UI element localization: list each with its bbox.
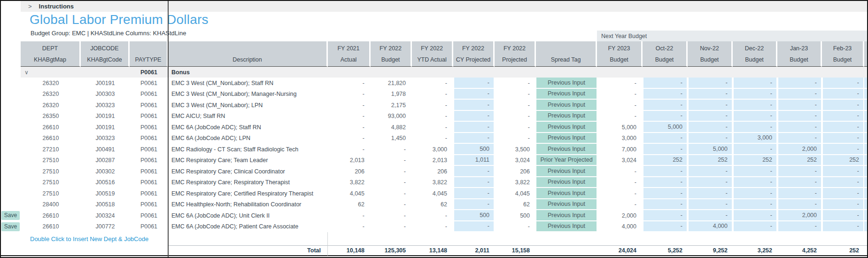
cell-feb23[interactable]: - xyxy=(822,221,864,233)
cell-oct22[interactable]: - xyxy=(643,89,688,100)
cell-fy2022_cy_projected[interactable]: - xyxy=(453,100,495,111)
cell-spread_tag[interactable]: Previous Input xyxy=(536,100,597,111)
cell-jan23[interactable]: - xyxy=(777,199,822,211)
cell-oct22[interactable]: - xyxy=(643,210,688,221)
cell-fy2022_cy_projected[interactable]: - xyxy=(453,177,495,188)
cell-dec22[interactable]: - xyxy=(733,221,777,233)
cell-fy2022_cy_projected[interactable]: - xyxy=(453,221,495,233)
cell-oct22[interactable]: 252 xyxy=(643,155,688,166)
cell-spread_tag[interactable]: Previous Input xyxy=(536,133,597,144)
cell-nov22[interactable]: - xyxy=(688,166,733,177)
cell-jan23[interactable]: 252 xyxy=(777,155,822,166)
cell-nov22[interactable]: - xyxy=(688,100,733,111)
cell-dec22[interactable]: - xyxy=(733,78,777,89)
cell-spread_tag[interactable]: Previous Input xyxy=(536,122,597,133)
cell-nov22[interactable]: - xyxy=(688,78,733,89)
cell-fy2022_cy_projected[interactable]: - xyxy=(453,122,495,133)
cell-feb23[interactable]: - xyxy=(822,122,864,133)
cell-nov22[interactable]: - xyxy=(688,210,733,221)
cell-fy2022_cy_projected[interactable]: - xyxy=(453,188,495,199)
cell-spread_tag[interactable]: Previous Input xyxy=(536,144,597,155)
cell-dec22[interactable]: - xyxy=(733,100,777,111)
cell-nov22[interactable]: - xyxy=(688,89,733,100)
cell-spread_tag[interactable]: Previous Input xyxy=(536,111,597,122)
cell-nov22[interactable]: - xyxy=(688,188,733,199)
cell-dec22[interactable]: - xyxy=(733,188,777,199)
cell-fy2022_cy_projected[interactable]: - xyxy=(453,133,495,144)
cell-feb23[interactable]: - xyxy=(822,111,864,122)
cell-oct22[interactable]: - xyxy=(643,144,688,155)
instructions-label[interactable]: Instructions xyxy=(39,3,74,10)
cell-feb23[interactable]: 252 xyxy=(822,155,864,166)
cell-oct22[interactable]: - xyxy=(643,133,688,144)
cell-fy2022_cy_projected[interactable]: - xyxy=(453,199,495,211)
cell-jan23[interactable]: - xyxy=(777,133,822,144)
cell-fy2022_cy_projected[interactable]: 500 xyxy=(453,144,495,155)
cell-oct22[interactable]: - xyxy=(643,177,688,188)
cell-oct22[interactable]: - xyxy=(643,221,688,233)
cell-jan23[interactable]: - xyxy=(777,188,822,199)
chevron-down-icon[interactable]: ∨ xyxy=(24,69,29,76)
cell-fy2022_cy_projected[interactable]: - xyxy=(453,78,495,89)
cell-feb23[interactable]: - xyxy=(822,210,864,221)
cell-dec22[interactable]: - xyxy=(733,210,777,221)
cell-spread_tag[interactable]: Previous Input xyxy=(536,221,597,233)
cell-spread_tag[interactable]: Previous Input xyxy=(536,199,597,211)
cell-spread_tag[interactable]: Previous Input xyxy=(536,89,597,100)
cell-nov22[interactable]: - xyxy=(688,122,733,133)
save-button[interactable]: Save xyxy=(1,222,20,231)
cell-jan23[interactable]: - xyxy=(777,78,822,89)
cell-feb23[interactable]: - xyxy=(822,89,864,100)
cell-feb23[interactable]: - xyxy=(822,166,864,177)
cell-dec22[interactable]: 3,000 xyxy=(733,133,777,144)
cell-oct22[interactable]: - xyxy=(643,78,688,89)
cell-oct22[interactable]: 5,000 xyxy=(643,122,688,133)
cell-feb23[interactable]: - xyxy=(822,177,864,188)
cell-jan23[interactable]: - xyxy=(777,166,822,177)
cell-nov22[interactable]: - xyxy=(688,199,733,211)
cell-nov22[interactable]: 5,000 xyxy=(688,144,733,155)
cell-spread_tag[interactable]: Prior Year Projected xyxy=(536,155,597,166)
cell-nov22[interactable]: - xyxy=(688,133,733,144)
cell-feb23[interactable]: - xyxy=(822,188,864,199)
cell-oct22[interactable]: - xyxy=(643,100,688,111)
cell-jan23[interactable]: 2,000 xyxy=(777,144,822,155)
cell-jan23[interactable]: - xyxy=(777,111,822,122)
insert-dept-jobcode-link[interactable]: Double Click to Insert New Dept & JobCod… xyxy=(21,235,168,242)
cell-spread_tag[interactable]: Previous Input xyxy=(536,177,597,188)
cell-nov22[interactable]: - xyxy=(688,177,733,188)
cell-feb23[interactable]: - xyxy=(822,133,864,144)
cell-dec22[interactable]: 252 xyxy=(733,155,777,166)
cell-dec22[interactable]: - xyxy=(733,111,777,122)
cell-feb23[interactable]: - xyxy=(822,100,864,111)
cell-dec22[interactable]: - xyxy=(733,89,777,100)
cell-dec22[interactable]: - xyxy=(733,199,777,211)
cell-spread_tag[interactable]: Previous Input xyxy=(536,166,597,177)
cell-nov22[interactable]: - xyxy=(688,111,733,122)
cell-jan23[interactable]: - xyxy=(777,100,822,111)
cell-oct22[interactable]: - xyxy=(643,166,688,177)
cell-jan23[interactable]: - xyxy=(777,89,822,100)
cell-fy2022_cy_projected[interactable]: - xyxy=(453,111,495,122)
cell-spread_tag[interactable]: Previous Input xyxy=(536,78,597,89)
cell-nov22[interactable]: 252 xyxy=(688,155,733,166)
cell-oct22[interactable]: - xyxy=(643,199,688,211)
cell-spread_tag[interactable]: Previous Input xyxy=(536,188,597,199)
save-button[interactable]: Save xyxy=(1,211,20,220)
cell-fy2022_cy_projected[interactable]: 500 xyxy=(453,210,495,221)
cell-feb23[interactable]: - xyxy=(822,144,864,155)
cell-jan23[interactable]: - xyxy=(777,177,822,188)
cell-feb23[interactable]: - xyxy=(822,199,864,211)
cell-feb23[interactable]: - xyxy=(822,78,864,89)
cell-dec22[interactable]: - xyxy=(733,144,777,155)
cell-spread_tag[interactable]: Previous Input xyxy=(536,210,597,221)
cell-oct22[interactable]: - xyxy=(643,111,688,122)
cell-fy2022_cy_projected[interactable]: 1,011 xyxy=(453,155,495,166)
cell-jan23[interactable]: - xyxy=(777,221,822,233)
cell-dec22[interactable]: - xyxy=(733,166,777,177)
cell-fy2022_cy_projected[interactable]: - xyxy=(453,89,495,100)
cell-dec22[interactable]: - xyxy=(733,177,777,188)
chevron-right-icon[interactable]: > xyxy=(28,3,32,10)
cell-fy2022_cy_projected[interactable]: - xyxy=(453,166,495,177)
cell-jan23[interactable]: - xyxy=(777,122,822,133)
